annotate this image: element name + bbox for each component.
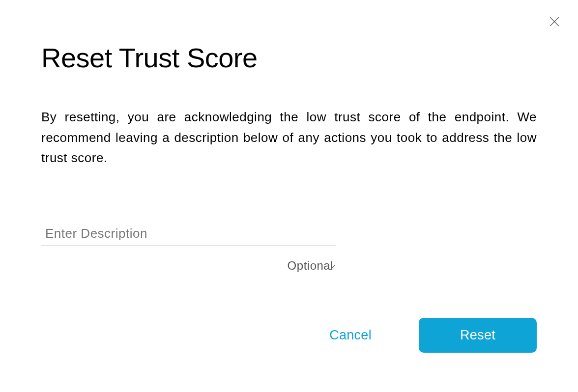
close-button[interactable] bbox=[547, 14, 562, 29]
reset-button[interactable]: Reset bbox=[419, 318, 537, 353]
close-icon bbox=[548, 15, 561, 28]
dialog-actions: Cancel Reset bbox=[329, 318, 537, 353]
dialog-description: By resetting, you are acknowledging the … bbox=[41, 107, 537, 168]
cancel-button[interactable]: Cancel bbox=[329, 328, 372, 343]
description-input[interactable] bbox=[41, 223, 336, 246]
description-field-wrapper: Optional bbox=[41, 223, 336, 273]
dialog-content: Reset Trust Score By resetting, you are … bbox=[0, 0, 578, 273]
input-helper-text: Optional bbox=[41, 259, 336, 273]
dialog-title: Reset Trust Score bbox=[41, 42, 537, 74]
